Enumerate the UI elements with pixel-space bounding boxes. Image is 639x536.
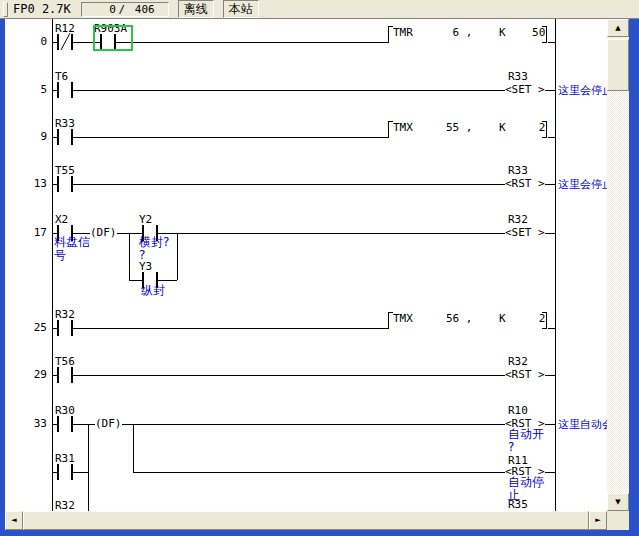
device-label: R32 [55, 309, 75, 321]
device-label: R30 [55, 405, 75, 417]
scroll-right-button[interactable]: ► [589, 511, 607, 530]
contact-nc-R12[interactable] [57, 34, 73, 50]
instruction-bracket-right [542, 312, 547, 329]
right-power-rail [555, 19, 556, 511]
device-label: R33 [508, 165, 528, 177]
device-label: R33 [508, 71, 528, 83]
device-label: Y2 [139, 214, 152, 226]
horizontal-scrollbar[interactable]: ◄ ► [5, 511, 607, 530]
device-label: R32 [508, 356, 528, 368]
wire-horizontal [52, 184, 555, 185]
df-instruction[interactable]: (DF) [90, 226, 117, 240]
instruction-bracket-left [388, 312, 393, 329]
station-indicator[interactable]: 本站 [223, 0, 259, 18]
selection-cursor[interactable] [93, 25, 133, 51]
arrow-left-icon: ◄ [11, 517, 16, 524]
contact-no-T56[interactable] [57, 367, 73, 383]
rung-number: 5 [5, 83, 47, 96]
vertical-scrollbar[interactable]: ▲ ▼ [607, 19, 629, 511]
arrow-up-icon: ▲ [615, 25, 620, 32]
comment-label: 横封? ? [139, 236, 169, 262]
rung-number: 13 [5, 177, 47, 190]
contact-no-R31[interactable] [57, 464, 73, 480]
device-label: R33 [55, 118, 75, 130]
horizontal-scroll-thumb[interactable] [23, 511, 589, 530]
wire-vertical [177, 233, 178, 280]
step-separator: / [116, 3, 128, 16]
wire-vertical [129, 233, 130, 280]
rung-number: 25 [5, 321, 47, 334]
step-current: 0 [82, 3, 116, 16]
wire-horizontal [548, 137, 555, 138]
arrow-down-icon: ▼ [615, 499, 620, 506]
comment-label: 自动开 ? [508, 428, 544, 454]
timer-instruction-TMX56[interactable]: TMX 56 , K 2 [393, 312, 545, 325]
comment-annotation: 这里会停止 [558, 177, 607, 192]
coil-set-R33[interactable]: <SET > [505, 83, 545, 97]
contact-no-T6[interactable] [57, 82, 73, 98]
rung-number: 33 [5, 417, 47, 430]
instruction-bracket-left [388, 26, 393, 43]
comment-label: 纵封 [141, 284, 165, 297]
scrollbar-corner [607, 511, 629, 530]
comment-label: 料盘信 号 [54, 236, 90, 262]
wire-horizontal [133, 472, 555, 473]
wire-horizontal [52, 375, 555, 376]
arrow-right-icon: ► [595, 517, 600, 524]
device-label: T56 [55, 356, 75, 368]
device-label: R12 [55, 23, 75, 35]
scroll-down-button[interactable]: ▼ [607, 493, 629, 511]
device-label: R32 [508, 214, 528, 226]
rung-number: 17 [5, 226, 47, 239]
comment-annotation: 这里会停止 [558, 83, 607, 98]
coil-rst-R33[interactable]: <RST > [505, 177, 545, 191]
contact-no-T55[interactable] [57, 176, 73, 192]
rung-number: 0 [5, 35, 47, 48]
device-label: T55 [55, 165, 75, 177]
wire-vertical [133, 424, 134, 472]
plc-editor-window: FP0 2.7K 0 / 406 离线 本站 0R12R903ATMR 6 , … [0, 0, 639, 536]
step-counter-panel: 0 / 406 [81, 2, 169, 17]
instruction-bracket-right [542, 26, 547, 43]
timer-instruction-TMX55[interactable]: TMX 55 , K 2 [393, 121, 545, 134]
wire-horizontal [52, 328, 388, 329]
rung-number: 29 [5, 368, 47, 381]
contact-no-R32[interactable] [57, 320, 73, 336]
vertical-scroll-thumb[interactable] [607, 39, 629, 91]
instruction-bracket-right [542, 121, 547, 138]
comment-annotation: 这里自动会 [558, 417, 607, 432]
wire-horizontal [52, 424, 555, 425]
device-label: R32 [55, 500, 75, 511]
device-label: T6 [55, 71, 68, 83]
contact-no-R33[interactable] [57, 129, 73, 145]
device-label: X2 [55, 214, 68, 226]
rung-number: 9 [5, 130, 47, 143]
ladder-editor-area[interactable]: 0R12R903ATMR 6 , K 505T6R33<SET >这里会停止9R… [5, 19, 607, 511]
contact-no-R30[interactable] [57, 416, 73, 432]
scroll-left-button[interactable]: ◄ [5, 511, 23, 530]
scroll-up-button[interactable]: ▲ [607, 19, 629, 37]
instruction-bracket-left [388, 121, 393, 138]
device-type-label: FP0 2.7K [13, 2, 71, 16]
coil-set-R32[interactable]: <SET > [505, 226, 545, 240]
df-instruction[interactable]: (DF) [95, 417, 122, 431]
device-label: R10 [508, 405, 528, 417]
wire-horizontal [52, 137, 388, 138]
timer-instruction-TMR6[interactable]: TMR 6 , K 50 [393, 26, 545, 39]
wire-horizontal [548, 328, 555, 329]
left-power-rail [52, 19, 53, 511]
wire-horizontal [52, 90, 555, 91]
wire-vertical [88, 424, 89, 511]
device-label: R35 [508, 499, 528, 511]
toolbar-grip[interactable] [3, 2, 8, 17]
step-total: 406 [128, 3, 162, 16]
device-label: R31 [55, 453, 75, 465]
coil-rst-R32[interactable]: <RST > [505, 368, 545, 382]
wire-horizontal [52, 233, 555, 234]
wire-horizontal [548, 42, 555, 43]
mode-indicator[interactable]: 离线 [178, 0, 214, 18]
device-label: Y3 [139, 261, 152, 273]
status-toolbar: FP0 2.7K 0 / 406 离线 本站 [0, 0, 639, 19]
